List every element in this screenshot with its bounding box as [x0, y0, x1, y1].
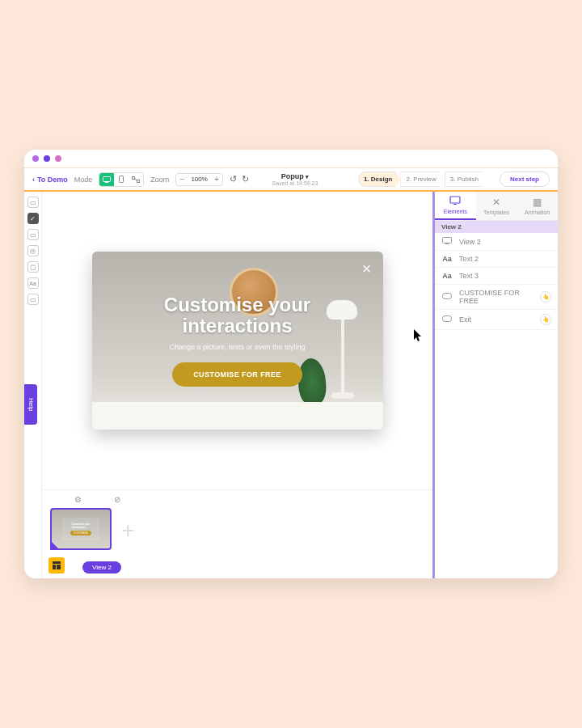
disable-icon[interactable]: ⊘ [114, 495, 120, 504]
tab-templates[interactable]: ✕ Templates [476, 192, 517, 220]
document-title[interactable]: Popup ▾ [281, 172, 310, 180]
workspace: ▭ ✓ ▭ ◎ ▢ Aa ▭ × [24, 192, 558, 578]
svg-rect-0 [103, 176, 111, 181]
svg-rect-7 [57, 565, 61, 569]
canvas-area: × Customise your interactions Change a p… [42, 192, 432, 578]
panel-header: View 2 [435, 221, 558, 233]
slide-thumbnail[interactable]: Customise yourinteractions CUSTOMISE [50, 508, 112, 550]
window-min-dot[interactable] [44, 155, 50, 162]
tool-frame-icon[interactable]: ▢ [27, 261, 39, 273]
svg-rect-8 [450, 197, 460, 203]
chevron-down-icon: ▾ [306, 174, 309, 180]
svg-rect-4 [137, 180, 140, 182]
saved-status: Saved at 14:59:23 [272, 180, 318, 186]
button-icon [441, 293, 453, 301]
window-close-dot[interactable] [32, 155, 39, 162]
svg-rect-11 [445, 243, 449, 244]
svg-rect-6 [53, 565, 56, 569]
film-icon: ▦ [533, 197, 542, 208]
svg-rect-3 [133, 176, 135, 179]
svg-rect-13 [443, 316, 452, 322]
tool-misc-icon[interactable]: ▭ [27, 294, 39, 305]
canvas[interactable]: × Customise your interactions Change a p… [42, 192, 432, 489]
titlebar [24, 150, 558, 167]
button-icon [441, 315, 453, 324]
tool-circle-icon[interactable]: ◎ [27, 245, 39, 256]
close-icon[interactable]: × [362, 260, 372, 278]
tool-rect-icon[interactable]: ▭ [27, 229, 39, 240]
svg-rect-1 [105, 182, 108, 183]
text-icon: Aa [441, 255, 453, 263]
layer-customise-button[interactable]: CUSTOMISE FOR FREE 👆 [435, 285, 558, 310]
zoom-control: − 100% + [175, 173, 222, 186]
desktop-icon [441, 237, 453, 246]
popup-cta-button[interactable]: CUSTOMISE FOR FREE [172, 362, 302, 387]
right-panel: Elements ✕ Templates ▦ Animation View 2 … [432, 192, 558, 578]
svg-rect-12 [443, 294, 452, 299]
add-slide-button[interactable]: + [121, 518, 134, 544]
chevron-left-icon: ‹ [32, 176, 35, 184]
desktop-icon [449, 196, 461, 207]
step-breadcrumb: 1. Design 2. Preview 3. Publish [358, 171, 487, 187]
mode-mobile-icon[interactable] [114, 173, 129, 186]
layer-view[interactable]: View 2 [435, 233, 558, 251]
app-window: ‹ To Demo Mode Zoom − 100% + ↺ ↻ [24, 150, 558, 578]
mode-switcher [99, 172, 144, 187]
layer-text2[interactable]: Aa Text 2 [435, 251, 558, 268]
svg-rect-10 [443, 238, 452, 243]
back-button[interactable]: ‹ To Demo [32, 176, 68, 184]
mode-desktop-icon[interactable] [99, 173, 114, 186]
undo-icon[interactable]: ↺ [230, 174, 237, 184]
layer-exit-button[interactable]: Exit 👆 [435, 310, 558, 330]
step-publish[interactable]: 3. Publish [445, 171, 487, 187]
next-step-button[interactable]: Next step [500, 171, 550, 187]
toolbar: ‹ To Demo Mode Zoom − 100% + ↺ ↻ [24, 167, 558, 192]
text-icon: Aa [441, 272, 453, 280]
tap-action-icon[interactable]: 👆 [540, 314, 551, 325]
mode-label: Mode [74, 176, 93, 184]
cursor-icon [414, 329, 424, 345]
mode-flow-icon[interactable] [129, 173, 143, 186]
popup-title: Customise your interactions [164, 294, 310, 337]
window-max-dot[interactable] [55, 155, 61, 162]
svg-rect-9 [453, 204, 457, 205]
thumbnail-preview: Customise yourinteractions CUSTOMISE [62, 518, 99, 540]
layout-icon[interactable] [48, 557, 65, 574]
gear-icon[interactable]: ⚙ [74, 495, 82, 504]
plant-decoration [297, 358, 327, 406]
step-design[interactable]: 1. Design [358, 171, 401, 187]
tools-icon: ✕ [492, 197, 500, 208]
zoom-in-button[interactable]: + [211, 175, 222, 184]
tool-check-icon[interactable]: ✓ [27, 213, 39, 224]
redo-icon[interactable]: ↻ [242, 174, 249, 184]
tool-select-icon[interactable]: ▭ [27, 197, 39, 208]
back-label: To Demo [37, 176, 68, 184]
popup-preview[interactable]: × Customise your interactions Change a p… [92, 252, 383, 430]
layer-text3[interactable]: Aa Text 3 [435, 268, 558, 285]
tab-animation[interactable]: ▦ Animation [517, 192, 558, 220]
zoom-value: 100% [188, 176, 210, 183]
lamp-decoration [327, 300, 359, 413]
desk-decoration [92, 402, 383, 430]
popup-subtitle: Change a picture, texts or even the styl… [169, 343, 305, 351]
slides-strip: ⚙ ⊘ Customise yourinteractions CUSTOMISE… [42, 489, 432, 578]
zoom-out-button[interactable]: − [176, 175, 188, 184]
tool-text-icon[interactable]: Aa [27, 277, 39, 289]
help-tab[interactable]: Help [24, 384, 37, 425]
svg-rect-5 [53, 561, 61, 564]
tap-action-icon[interactable]: 👆 [540, 291, 551, 303]
view-badge[interactable]: View 2 [82, 561, 121, 574]
zoom-label: Zoom [150, 176, 169, 184]
tab-elements[interactable]: Elements [435, 192, 476, 220]
panel-tabs: Elements ✕ Templates ▦ Animation [435, 192, 558, 221]
svg-rect-2 [120, 176, 124, 183]
step-preview[interactable]: 2. Preview [400, 171, 444, 187]
